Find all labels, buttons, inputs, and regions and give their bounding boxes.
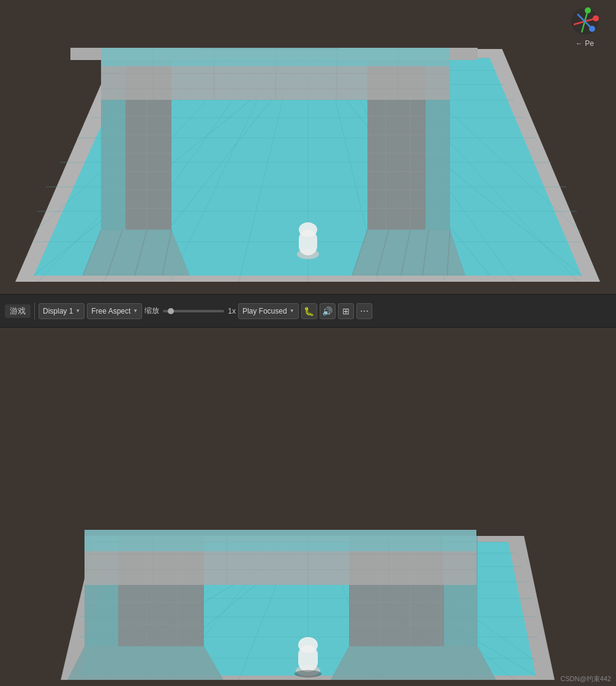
svg-point-155 [295, 670, 321, 677]
aspect-arrow: ▼ [133, 308, 138, 314]
bug-icon-button[interactable]: 🐛 [301, 303, 317, 319]
game-viewport-bottom: CSDN@约束442 [0, 328, 616, 686]
display-dropdown[interactable]: Display 1 ▼ [39, 303, 85, 319]
more-icon-button[interactable]: ⋯ [356, 303, 372, 319]
zoom-section: 缩放 1x [145, 306, 236, 316]
display-label: Display 1 [43, 307, 73, 315]
zoom-slider[interactable] [163, 310, 224, 312]
svg-marker-141 [331, 646, 496, 680]
grid-icon-button[interactable]: ⊞ [338, 303, 354, 319]
audio-icon-button[interactable]: 🔊 [320, 303, 336, 319]
aspect-dropdown[interactable]: Free Aspect ▼ [87, 303, 142, 319]
separator-1 [34, 303, 35, 320]
scene-viewport-top: ← Pe [0, 0, 616, 294]
svg-marker-44 [83, 230, 190, 276]
zoom-label: 缩放 [145, 306, 159, 316]
display-arrow: ▼ [75, 308, 80, 314]
svg-point-88 [585, 7, 591, 13]
play-focused-arrow: ▼ [290, 308, 295, 314]
svg-rect-151 [85, 530, 476, 551]
game-tab-label[interactable]: 游戏 [5, 304, 31, 318]
svg-rect-80 [101, 48, 450, 66]
svg-point-86 [593, 15, 599, 21]
svg-point-83 [299, 222, 317, 237]
play-focused-label: Play Focused [242, 307, 287, 315]
zoom-thumb [168, 308, 174, 314]
watermark: CSDN@约束442 [560, 674, 611, 684]
play-focused-dropdown[interactable]: Play Focused ▼ [238, 303, 299, 319]
svg-marker-129 [67, 646, 223, 680]
svg-text:← Pe: ← Pe [576, 39, 594, 48]
svg-point-154 [298, 637, 318, 653]
aspect-label: Free Aspect [91, 307, 130, 315]
game-toolbar: 游戏 Display 1 ▼ Free Aspect ▼ 缩放 1x Play … [0, 294, 616, 328]
svg-point-90 [589, 26, 595, 32]
zoom-value: 1x [228, 307, 236, 315]
